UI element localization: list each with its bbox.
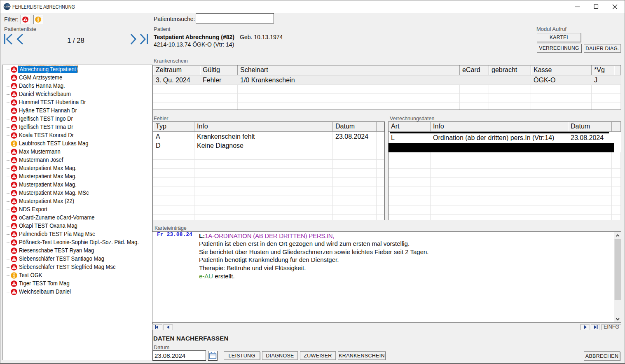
- svg-text:CGM: CGM: [4, 5, 10, 8]
